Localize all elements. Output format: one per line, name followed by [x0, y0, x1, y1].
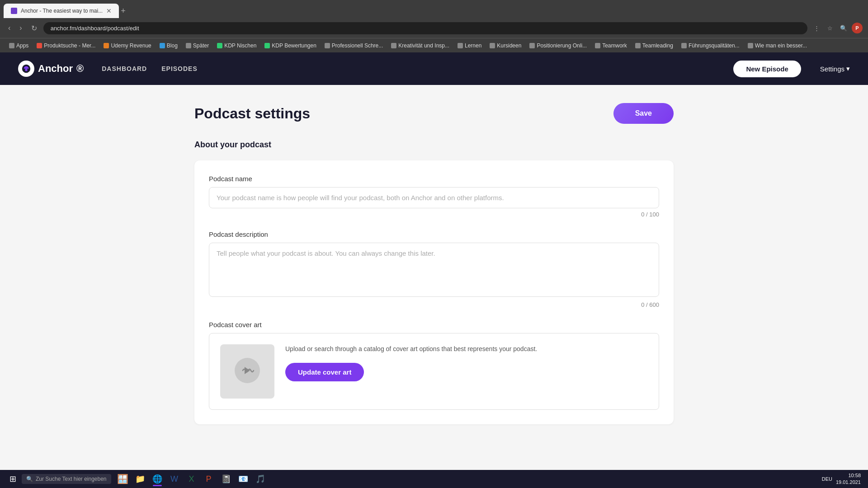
podcast-desc-label: Podcast description	[209, 230, 659, 238]
tray-time-display: 10:58	[836, 472, 861, 479]
bookmark-favicon	[104, 43, 109, 48]
bookmark-lernen[interactable]: Lernen	[454, 42, 485, 50]
taskbar-spotify-icon[interactable]: 🎵	[252, 471, 269, 487]
bookmark-label: Produktsuche - Mer...	[44, 42, 95, 49]
cover-art-description: Upload or search through a catalog of co…	[285, 344, 648, 354]
bookmarks-bar: Apps Produktsuche - Mer... Udemy Revenue…	[0, 38, 868, 52]
address-bar-row: ‹ › ↻ ⋮ ☆ 🔍 P	[0, 18, 868, 38]
taskbar-tray: DEU 10:58 19.01.2021	[818, 472, 864, 486]
cover-art-default-icon	[234, 357, 261, 386]
bookmark-label: Später	[193, 42, 209, 49]
bookmark-label: Kreativität und Insp...	[398, 42, 449, 49]
bookmark-favicon	[595, 43, 600, 48]
bookmark-kdp-bewertungen[interactable]: KDP Bewertungen	[261, 42, 320, 50]
bookmark-favicon	[635, 43, 641, 48]
about-section-title: About your podcast	[194, 140, 674, 150]
bookmark-icon[interactable]: ☆	[825, 23, 835, 33]
start-button[interactable]: ⊞	[4, 470, 22, 488]
page-title: Podcast settings	[194, 105, 310, 122]
active-tab[interactable]: Anchor - The easiest way to mai... ✕	[4, 4, 119, 18]
podcast-desc-input[interactable]	[209, 243, 659, 297]
reload-button[interactable]: ↻	[28, 22, 40, 34]
bookmark-kdp-nischen[interactable]: KDP Nischen	[213, 42, 260, 50]
bookmark-spaeter[interactable]: Später	[182, 42, 212, 50]
bookmark-teamwork[interactable]: Teamwork	[591, 42, 631, 50]
bookmark-label: Teamleading	[642, 42, 673, 49]
bookmark-label: Wie man ein besser...	[755, 42, 807, 49]
address-input[interactable]	[43, 22, 807, 34]
cover-art-group: Podcast cover art	[209, 321, 659, 410]
back-button[interactable]: ‹	[5, 22, 13, 34]
tray-date-display: 19.01.2021	[836, 479, 861, 486]
bookmark-produktsuche[interactable]: Produktsuche - Mer...	[33, 42, 99, 50]
update-cover-art-button[interactable]: Update cover art	[285, 363, 364, 381]
bookmark-favicon	[681, 43, 687, 48]
taskbar-explorer-icon[interactable]: 📁	[132, 471, 148, 487]
tray-clock: 10:58 19.01.2021	[836, 472, 861, 486]
taskbar-excel-icon[interactable]: X	[184, 471, 200, 487]
bookmark-favicon	[264, 43, 270, 48]
podcast-name-char-count: 0 / 100	[209, 211, 659, 218]
podcast-name-input[interactable]	[209, 187, 659, 208]
logo-text: Anchor	[38, 63, 73, 75]
page-header: Podcast settings Save	[194, 103, 674, 124]
profile-icon[interactable]: P	[852, 23, 863, 33]
taskbar-word-icon[interactable]: W	[166, 471, 183, 487]
bookmark-kursideen[interactable]: Kursideen	[486, 42, 525, 50]
browser-chrome: Anchor - The easiest way to mai... ✕ + ‹…	[0, 0, 868, 52]
bookmark-label: KDP Bewertungen	[272, 42, 316, 49]
taskbar-search-bar[interactable]: 🔍 Zur Suche Text hier eingeben	[22, 474, 111, 484]
app-wrapper: Anchor® DASHBOARD EPISODES New Episode S…	[0, 52, 868, 488]
podcast-name-label: Podcast name	[209, 175, 659, 183]
bookmark-kreativitaet[interactable]: Kreativität und Insp...	[387, 42, 453, 50]
bookmark-udemy[interactable]: Udemy Revenue	[100, 42, 155, 50]
nav-links: DASHBOARD EPISODES	[102, 65, 198, 72]
settings-chevron-icon: ▾	[846, 65, 850, 73]
bookmark-wie-man[interactable]: Wie man ein besser...	[744, 42, 811, 50]
taskbar-search-text: Zur Suche Text hier eingeben	[36, 476, 107, 482]
forward-button[interactable]: ›	[17, 22, 24, 34]
taskbar: ⊞ 🔍 Zur Suche Text hier eingeben 🪟 📁 🌐 W…	[0, 470, 868, 488]
bookmark-favicon	[490, 43, 495, 48]
taskbar-ppt-icon[interactable]: P	[201, 471, 217, 487]
tab-favicon	[11, 8, 17, 14]
bookmark-teamleading[interactable]: Teamleading	[632, 42, 677, 50]
bookmark-label: Apps	[16, 42, 28, 49]
bookmark-favicon	[37, 43, 42, 48]
taskbar-chrome-icon[interactable]: 🌐	[149, 471, 165, 487]
podcast-desc-group: Podcast description 0 / 600	[209, 230, 659, 308]
extensions-icon[interactable]: ⋮	[811, 23, 822, 33]
app-nav: Anchor® DASHBOARD EPISODES New Episode S…	[0, 52, 868, 85]
cover-art-preview	[220, 344, 274, 399]
nav-episodes[interactable]: EPISODES	[161, 65, 198, 72]
taskbar-onenote-icon[interactable]: 📓	[218, 471, 234, 487]
bookmark-label: Positionierung Onli...	[537, 42, 587, 49]
svg-point-1	[25, 69, 28, 71]
taskbar-windows-icon[interactable]: 🪟	[115, 471, 131, 487]
bookmark-positionierung[interactable]: Positionierung Onli...	[526, 42, 590, 50]
cover-art-text: Upload or search through a catalog of co…	[285, 344, 648, 381]
bookmark-label: Udemy Revenue	[111, 42, 151, 49]
form-card: Podcast name 0 / 100 Podcast description…	[194, 160, 674, 424]
bookmark-professionell[interactable]: Professionell Schre...	[321, 42, 387, 50]
nav-dashboard[interactable]: DASHBOARD	[102, 65, 147, 72]
bookmark-favicon	[748, 43, 753, 48]
bookmark-label: Lernen	[465, 42, 481, 49]
new-tab-button[interactable]: +	[121, 6, 126, 16]
cover-art-label: Podcast cover art	[209, 321, 659, 328]
bookmark-fuehrung[interactable]: Führungsqualitäten...	[678, 42, 743, 50]
taskbar-outlook-icon[interactable]: 📧	[235, 471, 251, 487]
bookmark-apps[interactable]: Apps	[5, 42, 32, 50]
logo[interactable]: Anchor®	[18, 61, 84, 77]
save-button[interactable]: Save	[613, 103, 674, 124]
bookmark-favicon	[160, 43, 165, 48]
tray-lang: DEU	[822, 476, 832, 482]
new-episode-button[interactable]: New Episode	[732, 60, 802, 78]
podcast-name-group: Podcast name 0 / 100	[209, 175, 659, 218]
bookmark-favicon	[458, 43, 463, 48]
tab-close-button[interactable]: ✕	[106, 7, 112, 14]
settings-button[interactable]: Settings ▾	[820, 65, 850, 73]
bookmark-blog[interactable]: Blog	[156, 42, 181, 50]
bookmark-label: Führungsqualitäten...	[689, 42, 740, 49]
zoom-icon[interactable]: 🔍	[838, 23, 849, 33]
